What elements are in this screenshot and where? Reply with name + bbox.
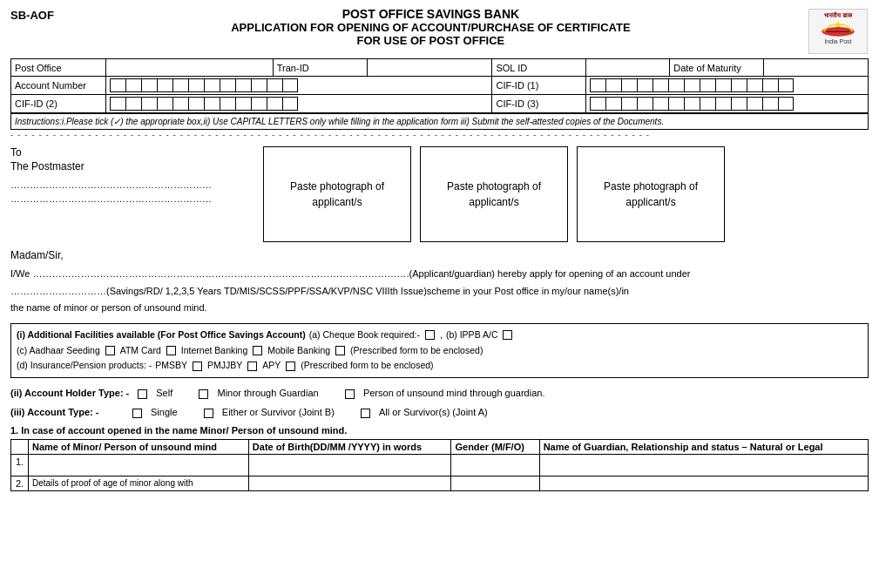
top-grid-table: Post Office Tran-ID SOL ID Date of Matur… — [10, 58, 869, 113]
cif-id-1-cells[interactable] — [586, 77, 869, 95]
main-line3: the name of minor or person of unsound m… — [10, 301, 869, 316]
col-num-header — [11, 439, 29, 454]
logo-text-bottom: India Post — [812, 38, 864, 44]
row2-num: 2. — [11, 476, 29, 490]
col2-header: Date of Birth(DD/MM /YYYY) in words — [248, 439, 451, 454]
ippb-checkbox[interactable] — [503, 330, 512, 340]
aadhaar-label: (c) Aadhaar Seeding — [17, 343, 100, 359]
tran-id-value[interactable] — [367, 59, 492, 77]
cif-id-3-cells[interactable] — [586, 95, 869, 113]
unsound-label: Person of unsound mind through guardian. — [363, 385, 545, 402]
pmjjby-label: PMJJBY — [207, 358, 242, 374]
minor-table: Name of Minor/ Person of unsound mind Da… — [10, 439, 869, 491]
instructions: Instructions:i.Please tick (✓) the appro… — [10, 113, 869, 130]
row1-col4[interactable] — [539, 454, 868, 476]
cif-id-2-cells[interactable] — [106, 95, 492, 113]
facilities-box: (i) Additional Facilities available (For… — [10, 323, 869, 379]
atm-card-label: ATM Card — [120, 343, 161, 359]
col4-header: Name of Guardian, Relationship and statu… — [539, 439, 868, 454]
row2-col4[interactable] — [539, 476, 868, 490]
account-type-label: (iii) Account Type: - — [10, 404, 124, 422]
sol-id-value[interactable] — [586, 59, 670, 77]
account-type-row: (iii) Account Type: - Single Either or S… — [10, 404, 869, 422]
title1: POST OFFICE SAVINGS BANK — [54, 7, 808, 21]
to-line: To — [10, 146, 254, 159]
aadhaar-checkbox[interactable] — [105, 346, 115, 355]
self-label: Self — [156, 385, 172, 402]
unsound-checkbox[interactable] — [345, 389, 355, 399]
sol-id-label: SOL ID — [492, 59, 586, 77]
facility-row-1: (i) Additional Facilities available (For… — [17, 328, 862, 343]
prescribed-label: (Prescribed form to be enclosed) — [350, 343, 483, 359]
address-section: To The Postmaster ……………………………………………………… … — [10, 146, 254, 207]
prescribed2-label: (Prescribed form to be enclosed) — [301, 358, 433, 374]
minor-guardian-label: Minor through Guardian — [217, 385, 318, 402]
account-holder-label: (ii) Account Holder Type: - — [10, 385, 129, 402]
col3-header: Gender (M/F/O) — [451, 439, 539, 454]
row2-col2[interactable] — [248, 476, 451, 490]
mobile-banking-label: Mobile Banking — [267, 343, 330, 359]
table-row: 1. — [11, 454, 869, 476]
header-title: POST OFFICE SAVINGS BANK APPLICATION FOR… — [54, 7, 808, 47]
address-photo-row: To The Postmaster ……………………………………………………… … — [10, 146, 869, 242]
table-row: 2. Details of proof of age of minor alon… — [11, 476, 869, 490]
apy-label: APY — [262, 358, 281, 374]
account-options: (ii) Account Holder Type: - Self Minor t… — [10, 385, 869, 422]
internet-banking-checkbox[interactable] — [253, 346, 262, 355]
facility-row-3: (d) Insurance/Pension products: - PMSBY … — [17, 358, 862, 374]
atm-card-checkbox[interactable] — [166, 346, 176, 355]
minor-guardian-checkbox[interactable] — [199, 389, 208, 399]
pmjjby-checkbox[interactable] — [247, 362, 257, 371]
cif-id-2-label: CIF-ID (2) — [11, 95, 106, 113]
single-label: Single — [151, 404, 178, 422]
single-checkbox[interactable] — [132, 409, 142, 418]
cif-id-1-label: CIF-ID (1) — [492, 77, 586, 95]
row2-col1: Details of proof of age of minor along w… — [29, 476, 249, 490]
main-line2: …………………………(Savings/RD/ 1,2,3,5 Years TD/… — [10, 284, 869, 300]
row1-col1[interactable] — [29, 454, 249, 476]
facility-row-2: (c) Aadhaar Seeding ATM Card Internet Ba… — [17, 343, 862, 359]
date-maturity-value[interactable] — [764, 59, 869, 77]
mobile-banking-checkbox[interactable] — [335, 346, 345, 355]
cif-id-3-label: CIF-ID (3) — [492, 95, 586, 113]
title3: FOR USE OF POST OFFICE — [54, 34, 808, 47]
logo-text-top: भारतीय डाक — [812, 12, 864, 19]
form-id: SB-AOF — [10, 9, 54, 22]
insurance-label: (d) Insurance/Pension products: - — [17, 358, 152, 374]
postmaster-line: The Postmaster — [10, 160, 254, 172]
tran-id-label: Tran-ID — [273, 59, 367, 77]
ippb-label: (b) IPPB A/C — [446, 328, 498, 343]
logo-box: भारतीय डाक India Post — [808, 9, 868, 54]
self-checkbox[interactable] — [138, 389, 147, 399]
post-office-label: Post Office — [11, 59, 106, 77]
internet-banking-label: Internet Banking — [181, 343, 247, 359]
account-holder-row: (ii) Account Holder Type: - Self Minor t… — [10, 385, 869, 402]
joint-b-checkbox[interactable] — [204, 409, 213, 418]
main-line1: I/We ……………………………………………………………………………………………… — [10, 267, 869, 282]
pmsby-checkbox[interactable] — [193, 362, 202, 371]
title2: APPLICATION FOR OPENING OF ACCOUNT/PURCH… — [54, 21, 808, 34]
address-line2: ……………………………………………………… — [10, 193, 254, 204]
logo: भारतीय डाक India Post — [808, 7, 869, 55]
main-text: I/We ……………………………………………………………………………………………… — [10, 267, 869, 316]
cheque-book-checkbox[interactable] — [425, 330, 435, 340]
photo-box-2: Paste photograph of applicant/s — [420, 146, 568, 242]
row2-col3[interactable] — [451, 476, 539, 490]
dashes-divider: - - - - - - - - - - - - - - - - - - - - … — [10, 130, 869, 139]
cheque-book-label: (a) Cheque Book required:- — [309, 328, 420, 343]
account-number-cells[interactable] — [106, 77, 492, 95]
photo-box-1: Paste photograph of applicant/s — [263, 146, 411, 242]
apy-checkbox[interactable] — [286, 362, 295, 371]
joint-a-label: All or Survivor(s) (Joint A) — [379, 404, 488, 422]
address-line1: ……………………………………………………… — [10, 179, 254, 190]
facilities-title: (i) Additional Facilities available (For… — [17, 328, 306, 343]
date-maturity-label: Date of Maturity — [670, 59, 764, 77]
minor-section: 1. In case of account opened in the name… — [10, 425, 869, 491]
joint-a-checkbox[interactable] — [361, 409, 370, 418]
post-office-value[interactable] — [106, 59, 274, 77]
logo-inner: भारतीय डाक India Post — [812, 12, 864, 51]
comma-separator: , — [440, 328, 443, 343]
row1-col2[interactable] — [248, 454, 451, 476]
page: SB-AOF POST OFFICE SAVINGS BANK APPLICAT… — [0, 0, 879, 588]
row1-col3[interactable] — [451, 454, 539, 476]
